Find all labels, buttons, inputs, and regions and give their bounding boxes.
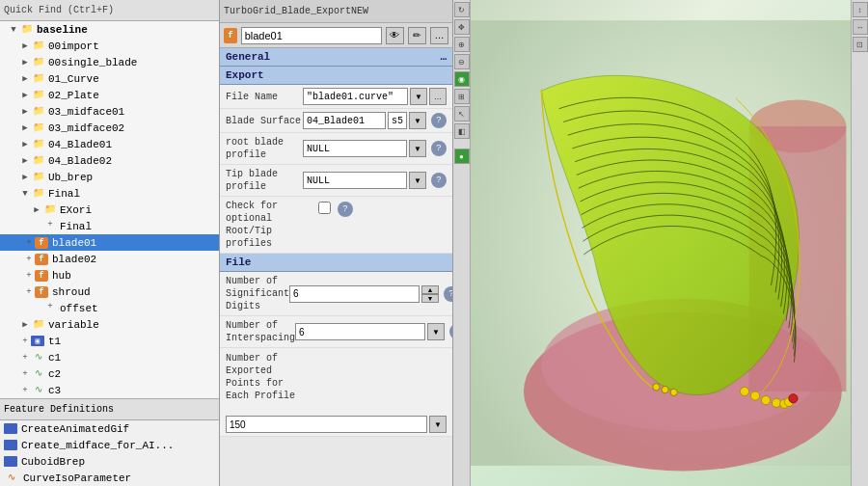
- num-interspacing-input[interactable]: [295, 323, 425, 340]
- label-cuboid: CuboidBrep: [21, 456, 85, 468]
- expander-ubbrep[interactable]: ▶: [19, 172, 31, 182]
- interspacing-help[interactable]: ?: [449, 324, 452, 339]
- expander-04blade01[interactable]: ▶: [19, 139, 31, 149]
- eye-button[interactable]: 👁: [386, 27, 404, 44]
- file-name-input[interactable]: "blade01.curve": [303, 88, 408, 105]
- expander-03mid01[interactable]: ▶: [19, 106, 31, 117]
- exported-dropdown[interactable]: ▼: [429, 416, 447, 433]
- tree-item-c3[interactable]: + ∿ c3: [0, 382, 219, 398]
- root-blade-input[interactable]: NULL: [303, 140, 407, 157]
- tree-item-03mid02[interactable]: ▶ 📁 03_midface02: [0, 120, 219, 136]
- tree-item-03mid01[interactable]: ▶ 📁 03_midface01: [0, 103, 219, 120]
- tree-item-blade01[interactable]: + f blade01: [0, 234, 219, 251]
- expander-final-folder[interactable]: ▼: [19, 189, 31, 199]
- name-input[interactable]: [241, 27, 382, 44]
- expander-c2[interactable]: +: [19, 369, 31, 379]
- num-digits-row: Number of Significant Digits ▲ ▼ ?: [220, 272, 452, 316]
- tip-blade-help[interactable]: ?: [431, 173, 447, 188]
- expander-variable[interactable]: ▶: [19, 319, 31, 330]
- expander-t1[interactable]: +: [19, 337, 31, 346]
- expander-c1[interactable]: +: [19, 353, 31, 363]
- tree-item-shroud[interactable]: + f shroud: [0, 284, 219, 300]
- root-blade-dropdown[interactable]: ▼: [409, 140, 426, 157]
- tb-right3[interactable]: ⊡: [853, 37, 868, 52]
- expander-offset[interactable]: ▶: [31, 303, 42, 313]
- num-exported-input[interactable]: [226, 416, 427, 433]
- tree-item-00single[interactable]: ▶ 📁 00single_blade: [0, 54, 219, 70]
- check-profiles-checkbox[interactable]: [318, 202, 331, 214]
- expander-02plate[interactable]: ▶: [19, 90, 31, 100]
- tree-item-04blade02[interactable]: ▶ 📁 04_Blade02: [0, 152, 219, 169]
- tree-item-final-folder[interactable]: ▼ 📁 Final: [0, 185, 219, 202]
- tb-green2[interactable]: ●: [454, 148, 470, 164]
- file-name-browse[interactable]: …: [429, 88, 447, 105]
- tree-container[interactable]: ▼ 📁 baseline ▶ 📁 00import ▶ 📁 00single_b…: [0, 21, 219, 398]
- tree-item-exori[interactable]: ▶ 📁 EXori: [0, 202, 219, 218]
- expander-exori[interactable]: ▶: [31, 204, 42, 215]
- tb-rotate[interactable]: ↻: [454, 2, 470, 17]
- bottom-item-curveparameter[interactable]: ∿ CurveIsoParameter: [0, 470, 219, 486]
- digits-down[interactable]: ▼: [421, 294, 439, 303]
- tree-item-c1[interactable]: + ∿ c1: [0, 349, 219, 365]
- expander-blade01[interactable]: +: [23, 238, 35, 248]
- expander-c3[interactable]: +: [19, 386, 31, 395]
- digits-help[interactable]: ?: [444, 286, 452, 302]
- expander-blade02[interactable]: +: [23, 255, 35, 264]
- tree-item-04blade01[interactable]: ▶ 📁 04_Blade01: [0, 136, 219, 152]
- expander-hub[interactable]: +: [23, 271, 35, 281]
- tip-blade-label: Tip blade profile: [226, 168, 303, 193]
- file-name-dropdown[interactable]: ▼: [410, 88, 427, 105]
- tree-item-c2[interactable]: + ∿ c2: [0, 365, 219, 382]
- tree-item-variable[interactable]: ▶ 📁 variable: [0, 316, 219, 333]
- tree-item-02plate[interactable]: ▶ 📁 02_Plate: [0, 87, 219, 103]
- tree-item-offset[interactable]: ▶ + offset: [0, 300, 219, 316]
- expander-final-plain[interactable]: ▶: [31, 221, 42, 231]
- blade-surface-input[interactable]: 04_Blade01: [303, 112, 386, 129]
- expander-03mid02[interactable]: ▶: [19, 122, 31, 133]
- tree-item-hub[interactable]: + f hub: [0, 267, 219, 284]
- viewport[interactable]: ↻ ✥ ⊕ ⊖ ◉ ⊞ ↖ ◧ ●: [453, 0, 868, 486]
- check-profiles-row: Check for optional Root/Tip profiles ?: [220, 197, 452, 254]
- folder-icon-01curve: 📁: [31, 72, 46, 85]
- tree-item-01curve[interactable]: ▶ 📁 01_Curve: [0, 70, 219, 87]
- tip-blade-input[interactable]: NULL: [303, 172, 407, 189]
- interspacing-dropdown[interactable]: ▼: [427, 323, 445, 340]
- tb-right1[interactable]: ↕: [853, 2, 868, 17]
- tree-item-ubbrep[interactable]: ▶ 📁 Ub_brep: [0, 169, 219, 185]
- general-more[interactable]: …: [440, 51, 447, 63]
- tree-item-final-plain[interactable]: ▶ + Final: [0, 218, 219, 234]
- tb-zoom[interactable]: ⊕: [454, 37, 470, 52]
- tree-item-blade02[interactable]: + f blade02: [0, 251, 219, 267]
- expander-00single[interactable]: ▶: [19, 57, 31, 68]
- tb-select[interactable]: ↖: [454, 106, 470, 122]
- edit-button[interactable]: ✏: [408, 27, 426, 44]
- tb-green[interactable]: ◉: [454, 71, 470, 87]
- blade-surface-dropdown[interactable]: ▼: [409, 112, 426, 129]
- folder-icon-03mid01: 📁: [31, 105, 46, 118]
- tree-item-t1[interactable]: + ▣ t1: [0, 333, 219, 349]
- folder-icon-00import: 📁: [31, 40, 46, 52]
- tip-blade-dropdown[interactable]: ▼: [409, 172, 426, 189]
- tb-fit[interactable]: ⊞: [454, 89, 470, 104]
- tb-view[interactable]: ◧: [454, 123, 470, 139]
- check-profiles-help[interactable]: ?: [338, 202, 353, 217]
- bottom-item-cuboid[interactable]: CuboidBrep: [0, 453, 219, 470]
- blade-surface-help[interactable]: ?: [431, 113, 447, 128]
- tree-item-baseline[interactable]: ▼ 📁 baseline: [0, 21, 219, 38]
- digits-up[interactable]: ▲: [421, 285, 439, 294]
- expander-00import[interactable]: ▶: [19, 40, 31, 51]
- bottom-item-midface[interactable]: Create_midface_for_AI...: [0, 437, 219, 453]
- tb-right2[interactable]: ↔: [853, 19, 868, 35]
- bottom-item-animatedgif[interactable]: CreateAnimatedGif: [0, 420, 219, 437]
- icon-plus-offset: +: [42, 302, 58, 314]
- more-button[interactable]: …: [430, 27, 448, 44]
- num-digits-input[interactable]: [289, 285, 420, 303]
- expander-shroud[interactable]: +: [23, 287, 35, 297]
- tb-zoom-out[interactable]: ⊖: [454, 54, 470, 69]
- root-blade-help[interactable]: ?: [431, 141, 447, 156]
- expander-04blade02[interactable]: ▶: [19, 155, 31, 166]
- tree-item-00import[interactable]: ▶ 📁 00import: [0, 38, 219, 54]
- tb-pan[interactable]: ✥: [454, 19, 470, 35]
- expander-01curve[interactable]: ▶: [19, 73, 31, 84]
- expander-baseline[interactable]: ▼: [8, 25, 19, 35]
